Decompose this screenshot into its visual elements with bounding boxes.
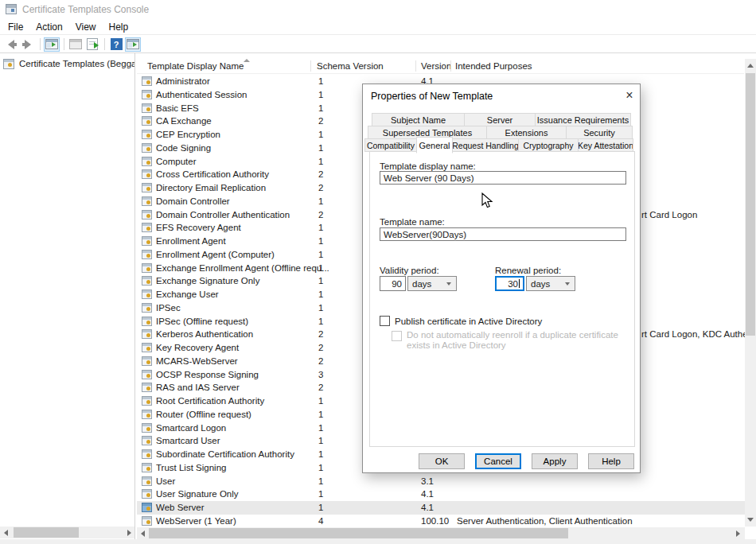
intended-purposes-cell: Server Authentication, Client Authentica… (457, 516, 633, 526)
dialog-tab[interactable]: General (416, 137, 453, 153)
dialog-tab[interactable]: Server (464, 113, 536, 126)
scrollbar-thumb[interactable] (149, 528, 568, 538)
version-cell: 3.1 (421, 476, 434, 486)
dialog-tab[interactable]: Extensions (486, 126, 567, 139)
schema-version-cell: 1 (318, 396, 323, 406)
table-row[interactable]: User 1 3.1 (137, 475, 745, 488)
schema-version-cell: 1 (318, 423, 323, 433)
certificate-template-icon (142, 329, 152, 339)
console-tree-icon[interactable] (44, 37, 60, 52)
template-display-name-cell: Domain Controller Authentication (156, 210, 290, 220)
certificate-template-icon (142, 130, 152, 139)
scroll-right-icon[interactable] (732, 527, 743, 539)
schema-version-cell: 2 (318, 183, 323, 192)
dialog-button[interactable]: Help (588, 453, 634, 469)
validity-unit-value: days (412, 279, 431, 289)
schema-version-cell: 2 (318, 343, 323, 352)
certificate-template-icon (142, 343, 152, 352)
scroll-left-icon[interactable] (0, 527, 11, 538)
dialog-tab[interactable]: Subject Name (372, 113, 465, 126)
column-header-version[interactable]: Version (421, 61, 451, 71)
dialog-button-row: OKCancelApplyHelp (419, 453, 634, 469)
template-display-name-cell: Computer (156, 157, 197, 166)
tab-row-2: Superseded TemplatesExtensionsSecurity (368, 126, 633, 139)
schema-version-cell: 1 (318, 476, 323, 486)
menu-item[interactable]: View (69, 20, 103, 34)
dialog-title: Properties of New Template (371, 91, 493, 102)
close-icon[interactable]: × (622, 87, 637, 103)
scroll-up-icon[interactable] (745, 59, 756, 72)
schema-version-cell: 1 (318, 250, 323, 259)
template-display-name-cell: Authenticated Session (156, 90, 247, 99)
scroll-right-icon[interactable] (123, 527, 134, 538)
template-display-name-cell: OCSP Response Signing (156, 370, 259, 379)
schema-version-cell: 1 (318, 76, 323, 86)
certificate-template-icon (142, 236, 152, 246)
renewal-period-field[interactable]: 30 (495, 276, 524, 291)
help-icon[interactable]: ? (108, 37, 124, 52)
list-horizontal-scrollbar[interactable] (137, 527, 745, 539)
column-header-template-display-name[interactable]: Template Display Name (147, 61, 244, 71)
scroll-down-icon[interactable] (745, 513, 756, 527)
schema-version-cell: 1 (318, 410, 323, 419)
dialog-tab[interactable]: Cryptography (518, 138, 579, 152)
dialog-button[interactable]: Cancel (475, 453, 521, 469)
scrollbar-thumb[interactable] (746, 73, 755, 336)
publish-certificate-checkbox[interactable] (380, 316, 390, 326)
certificate-template-icon (142, 103, 152, 113)
schema-version-cell: 4 (318, 516, 323, 526)
certificate-template-icon (142, 143, 152, 153)
toolbar-separator (40, 38, 41, 50)
column-header-schema-version[interactable]: Schema Version (317, 61, 384, 71)
template-display-name-field[interactable]: Web Server (90 Days) (380, 171, 626, 185)
show-console-tree-icon[interactable] (125, 37, 141, 52)
template-display-name-label: Template display name: (380, 161, 476, 171)
certificate-template-icon (142, 503, 152, 512)
table-row[interactable]: User Signature Only 1 4.1 (137, 488, 745, 501)
scroll-left-icon[interactable] (137, 527, 148, 539)
template-display-name-cell: Web Server (156, 503, 205, 512)
dialog-button[interactable]: Apply (532, 453, 578, 469)
certificate-template-icon (142, 476, 152, 486)
scrollbar-thumb[interactable] (14, 527, 79, 538)
schema-version-cell: 2 (318, 356, 323, 366)
chevron-down-icon (446, 282, 451, 286)
table-row[interactable]: Web Server 1 4.1 (137, 501, 745, 515)
certificate-templates-console-window: Certificate Templates Console FileAction… (0, 0, 756, 544)
dialog-button[interactable]: OK (419, 453, 465, 469)
table-row[interactable]: WebServer (1 Year) 4 100.10 Server Authe… (137, 515, 745, 528)
template-display-name-cell: Trust List Signing (156, 463, 226, 472)
tab-row-3: CompatibilityGeneralRequest HandlingCryp… (365, 138, 633, 152)
column-header-intended-purposes[interactable]: Intended Purposes (455, 61, 532, 71)
validity-unit-dropdown[interactable]: days (407, 276, 457, 291)
dialog-tab[interactable]: Compatibility (364, 138, 417, 152)
list-vertical-scrollbar[interactable] (745, 59, 756, 527)
dialog-tab[interactable]: Key Attestation (578, 138, 633, 152)
template-display-name-cell: EFS Recovery Agent (156, 223, 241, 232)
template-name-field[interactable]: WebServer(90Days) (380, 227, 626, 241)
template-display-name-cell: Cross Certification Authority (156, 169, 269, 179)
schema-version-cell: 1 (318, 143, 323, 153)
menu-item[interactable]: Action (29, 20, 68, 34)
dialog-tab[interactable]: Issuance Requirements (535, 113, 631, 126)
template-display-name-cell: User Signature Only (156, 489, 239, 499)
renewal-period-label: Renewal period: (495, 266, 561, 275)
menu-item[interactable]: File (2, 20, 29, 34)
validity-period-field[interactable]: 90 (380, 276, 406, 291)
back-icon[interactable] (3, 37, 19, 52)
template-display-name-cell: Administrator (156, 76, 210, 86)
certificate-template-icon (142, 317, 152, 326)
certificate-template-icon (142, 356, 152, 366)
forward-icon[interactable] (20, 37, 36, 52)
window-icon[interactable] (68, 37, 84, 52)
menu-item[interactable]: Help (103, 20, 135, 34)
tree-horizontal-scrollbar[interactable] (0, 527, 134, 538)
template-display-name-cell: Smartcard Logon (156, 423, 226, 433)
tree-item-certificate-templates[interactable]: Certificate Templates (Beggarwo (2, 57, 135, 72)
dialog-tab[interactable]: Security (566, 126, 633, 139)
renewal-unit-dropdown[interactable]: days (526, 276, 575, 291)
export-list-icon[interactable] (84, 37, 100, 52)
version-cell: 4.1 (421, 503, 434, 512)
column-separator (310, 60, 311, 72)
dialog-tab[interactable]: Request Handling (452, 138, 519, 152)
